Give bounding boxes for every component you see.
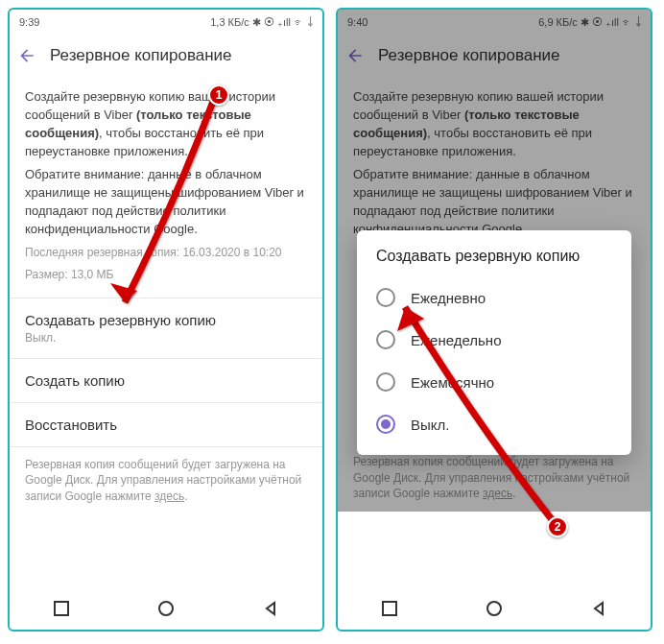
status-right: 1,3 КБ/с ✱ ⦿ ₊ıll ᯤ ⏚ xyxy=(210,16,313,29)
item-title: Создавать резервную копию xyxy=(25,312,307,328)
annotation-badge-1: 1 xyxy=(208,84,229,106)
radio-icon xyxy=(376,330,395,349)
backup-size: Размер: 13,0 МБ xyxy=(25,267,307,283)
annotation-badge-2: 2 xyxy=(547,516,568,537)
header: Резервное копирование xyxy=(10,35,322,77)
status-time: 9:39 xyxy=(19,16,39,28)
item-title: Создать копию xyxy=(25,372,307,389)
footer-link[interactable]: здесь xyxy=(154,489,184,503)
last-backup: Последняя резервная копия: 16.03.2020 в … xyxy=(25,245,307,261)
page-title: Резервное копирование xyxy=(50,46,232,65)
nav-back-icon[interactable] xyxy=(591,601,606,620)
phone-left: 9:39 1,3 КБ/с ✱ ⦿ ₊ıll ᯤ ⏚ Резервное коп… xyxy=(8,8,324,632)
item-title: Восстановить xyxy=(25,417,307,433)
nav-bar xyxy=(338,591,651,630)
schedule-dialog: Создавать резервную копию Ежедневно Ежен… xyxy=(357,230,631,455)
radio-icon xyxy=(376,372,395,392)
radio-label: Ежемесячно xyxy=(411,374,494,391)
svg-point-3 xyxy=(487,602,501,615)
nav-home-icon[interactable] xyxy=(486,600,503,621)
footer-text: Резервная копия сообщений будет загружен… xyxy=(10,447,322,514)
nav-recent-icon[interactable] xyxy=(54,601,69,620)
item-sub: Выкл. xyxy=(25,331,307,345)
nav-back-icon[interactable] xyxy=(263,601,278,620)
phone-right: 9:40 6,9 КБ/с ✱ ⦿ ₊ıll ᯤ ⏚ Резервное коп… xyxy=(336,8,652,632)
radio-icon xyxy=(376,288,395,307)
nav-bar xyxy=(10,591,322,630)
dialog-title: Создавать резервную копию xyxy=(370,248,618,265)
status-bar: 9:39 1,3 КБ/с ✱ ⦿ ₊ıll ᯤ ⏚ xyxy=(10,10,322,35)
svg-rect-0 xyxy=(55,602,68,615)
radio-label: Еженедельно xyxy=(411,332,501,348)
item-create[interactable]: Создать копию xyxy=(10,359,322,402)
nav-home-icon[interactable] xyxy=(157,600,175,621)
radio-option-daily[interactable]: Ежедневно xyxy=(370,276,618,319)
item-schedule[interactable]: Создавать резервную копию Выкл. xyxy=(10,298,322,358)
radio-option-weekly[interactable]: Еженедельно xyxy=(370,319,618,361)
nav-recent-icon[interactable] xyxy=(382,601,397,620)
item-restore[interactable]: Восстановить xyxy=(10,403,322,446)
radio-label: Ежедневно xyxy=(411,290,486,306)
radio-icon xyxy=(376,415,395,434)
description: Создайте резервную копию вашей истории с… xyxy=(10,77,322,298)
radio-option-monthly[interactable]: Ежемесячно xyxy=(370,361,618,403)
svg-point-1 xyxy=(159,602,173,615)
radio-option-off[interactable]: Выкл. xyxy=(370,403,618,445)
svg-rect-2 xyxy=(383,602,396,615)
radio-label: Выкл. xyxy=(411,417,449,433)
back-arrow-icon[interactable] xyxy=(17,46,36,65)
